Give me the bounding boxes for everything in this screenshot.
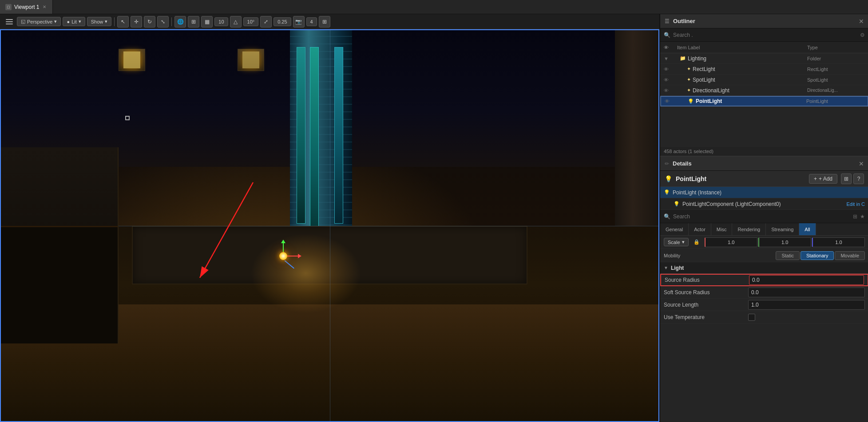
right-panel: ☰ Outliner ✕ 🔍 ⚙ 👁 Item Label Type ▼ 📁 — [659, 14, 868, 422]
show-button[interactable]: Show ▾ — [87, 17, 112, 26]
details-title: Details — [673, 160, 855, 167]
add-button[interactable]: + + Add — [809, 174, 837, 184]
light-section-title: Light — [671, 265, 684, 271]
visibility-pointlight[interactable]: 👁 — [665, 99, 674, 104]
camera-count-btn[interactable]: 4 — [306, 17, 317, 26]
item-label-pointlight: PointLight — [696, 98, 805, 104]
left-structure — [0, 147, 119, 344]
lit-icon: ● — [67, 19, 70, 24]
viewport-settings[interactable]: ⊞ — [319, 16, 330, 28]
scale-y-input[interactable]: 1.0 — [758, 237, 811, 247]
source-radius-value[interactable]: 0.0 — [749, 275, 864, 285]
scale-z-input[interactable]: 1.0 — [812, 237, 865, 247]
outliner-search-settings[interactable]: ⚙ — [860, 32, 865, 38]
viewport-scene[interactable] — [0, 29, 659, 422]
scene-content — [0, 29, 659, 422]
scale-dropdown[interactable]: Scale ▾ — [664, 238, 689, 246]
grid-snap[interactable]: ▦ — [201, 16, 213, 28]
tab-rendering[interactable]: Rendering — [732, 223, 766, 235]
tab-actor[interactable]: Actor — [689, 223, 711, 235]
prop-use-temperature: Use Temperature — [660, 311, 868, 323]
lock-icon[interactable]: 🔒 — [692, 238, 701, 247]
outliner-item-rectlight[interactable]: 👁 ✦ RectLight RectLight — [660, 64, 868, 75]
details-panel: ✏ Details ✕ 💡 PointLight + + Add ⊞ ? 💡 — [660, 156, 868, 422]
scale-x-input[interactable]: 1.0 — [705, 237, 757, 247]
tab-general[interactable]: General — [660, 223, 689, 235]
component-header: 💡 PointLight + + Add ⊞ ? — [660, 171, 868, 187]
outliner-item-directionallight[interactable]: 👁 ✦ DirectionalLight DirectionalLig... — [660, 85, 868, 96]
mobility-label: Mobility — [664, 253, 772, 258]
move-tool[interactable]: ✛ — [131, 16, 142, 28]
angle-snap[interactable]: △ — [230, 16, 242, 28]
item-label-directional: DirectionalLight — [693, 87, 805, 94]
hier-action-edit[interactable]: Edit in C — [846, 201, 865, 207]
tab-all[interactable]: All — [799, 223, 816, 235]
blade-center — [310, 47, 319, 241]
details-search-star-icon[interactable]: ★ — [860, 213, 865, 220]
prop-source-radius: Source Radius 0.0 — [660, 274, 868, 286]
source-length-value[interactable]: 1.0 — [748, 300, 865, 310]
soft-source-radius-label: Soft Source Radius — [664, 289, 748, 296]
mobility-stationary[interactable]: Stationary — [801, 251, 834, 260]
use-temperature-checkbox[interactable] — [748, 314, 755, 321]
select-tool[interactable]: ↖ — [117, 16, 129, 28]
tab-streaming[interactable]: Streaming — [766, 223, 799, 235]
viewport1-tab-close[interactable]: ✕ — [42, 4, 47, 10]
visibility-lighting[interactable]: ▼ — [664, 56, 673, 61]
angle-btn[interactable]: 10° — [243, 17, 259, 26]
lit-label: Lit — [71, 19, 77, 24]
lantern-center — [238, 49, 264, 71]
crosshair-vertical — [330, 29, 330, 422]
col-type-header: Type — [807, 45, 865, 50]
hierarchy-lightcomponent[interactable]: 💡 PointLightComponent (LightComponent0) … — [660, 198, 868, 210]
details-search-table-icon[interactable]: ⊞ — [853, 213, 857, 220]
details-close[interactable]: ✕ — [859, 160, 864, 167]
help-button[interactable]: ? — [853, 174, 864, 184]
hamburger-line2 — [6, 21, 13, 22]
rotate-tool[interactable]: ↻ — [144, 16, 155, 28]
outliner-item-pointlight[interactable]: 👁 💡 PointLight PointLight — [660, 96, 868, 106]
camera-speed[interactable]: 🌐 — [174, 16, 186, 28]
viewport-icon: □ — [5, 4, 12, 10]
details-search-bar: 🔍 ⊞ ★ — [660, 210, 868, 223]
mobility-static[interactable]: Static — [776, 251, 800, 260]
visibility-rectlight[interactable]: 👁 — [664, 67, 673, 72]
light-section-header[interactable]: ▼ Light — [660, 262, 868, 274]
visibility-directional[interactable]: 👁 — [664, 88, 673, 93]
mobility-buttons: Static Stationary Movable — [776, 251, 865, 260]
scale-btn[interactable]: 0.25 — [273, 17, 291, 26]
hierarchy-pointlight-instance[interactable]: 💡 PointLight (Instance) — [660, 187, 868, 198]
viewport1-tab[interactable]: □ Viewport 1 ✕ — [0, 0, 53, 14]
scale-snap[interactable]: ⤢ — [260, 16, 272, 28]
outliner-close[interactable]: ✕ — [859, 18, 864, 25]
mobility-movable[interactable]: Movable — [835, 251, 865, 260]
hamburger-line3 — [6, 24, 13, 24]
left-base — [0, 226, 118, 344]
visibility-spotlight[interactable]: 👁 — [664, 77, 673, 83]
light-icon-rectlight: ✦ — [687, 66, 691, 72]
sep1 — [114, 17, 115, 26]
lit-button[interactable]: ● Lit ▾ — [63, 17, 85, 26]
browse-button[interactable]: ⊞ — [841, 174, 852, 184]
surface-snap[interactable]: ⊞ — [188, 16, 199, 28]
outliner-search-input[interactable] — [673, 32, 857, 38]
hamburger-menu[interactable] — [4, 16, 15, 28]
outliner-item-spotlight[interactable]: 👁 ✦ SpotLight SpotLight — [660, 75, 868, 85]
blade-right — [334, 47, 343, 224]
scale-tool[interactable]: ⤡ — [157, 16, 169, 28]
actor-count: 458 actors (1 selected) — [660, 147, 868, 156]
sep2 — [171, 17, 172, 26]
soft-source-radius-value[interactable]: 0.0 — [748, 288, 865, 297]
grid-count-btn[interactable]: 10 — [214, 17, 228, 26]
grid-count: 10 — [218, 19, 224, 24]
prop-source-length: Source Length 1.0 — [660, 299, 868, 311]
tab-misc[interactable]: Misc — [711, 223, 733, 235]
light-icon-pointlight: 💡 — [688, 99, 694, 104]
details-search-input[interactable] — [673, 213, 850, 220]
scale-label: Scale — [668, 240, 680, 245]
camera-icon[interactable]: 📷 — [293, 16, 305, 28]
outliner-item-lighting[interactable]: ▼ 📁 Lighting Folder — [660, 53, 868, 64]
mobility-row: Mobility Static Stationary Movable — [660, 249, 868, 262]
viewport-area: ◱ Perspective ▾ ● Lit ▾ Show ▾ ↖ ✛ ↻ ⤡ 🌐… — [0, 14, 659, 422]
perspective-button[interactable]: ◱ Perspective ▾ — [17, 17, 61, 26]
